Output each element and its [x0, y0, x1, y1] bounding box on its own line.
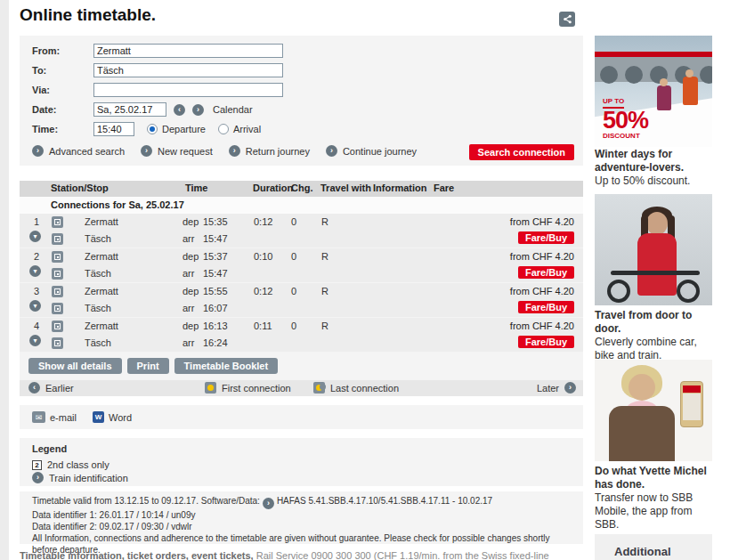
show-all-details-button[interactable]: Show all details [28, 358, 122, 374]
via-input[interactable] [93, 83, 283, 97]
map-icon[interactable] [52, 216, 63, 228]
word-export-link[interactable]: W Word [93, 411, 132, 423]
print-button[interactable]: Print [127, 358, 169, 374]
additional-section[interactable]: Additional [595, 534, 712, 560]
ad-title: Do what Yvette Michel has done. [595, 465, 712, 491]
page-left-margin [0, 0, 9, 560]
date-input[interactable] [93, 102, 166, 117]
fare-buy-button[interactable]: Fare/Buy [518, 336, 574, 348]
map-icon[interactable] [52, 268, 63, 280]
online-timetable-page: Online timetable. From: To: Via: Date: ‹… [0, 0, 730, 560]
departure-station[interactable]: Zermatt [85, 286, 118, 296]
bike-graphic [677, 280, 700, 303]
departure-station[interactable]: Zermatt [85, 321, 118, 331]
arrival-radio[interactable] [218, 124, 229, 134]
expand-connection-icon[interactable]: ▾ [29, 231, 41, 242]
dep-time: 15:35 [203, 216, 228, 227]
via-label: Via: [32, 85, 93, 95]
departure-station[interactable]: Zermatt [85, 251, 118, 262]
col-time: Time [185, 183, 207, 193]
arr-label: arr [182, 303, 194, 313]
continue-journey-link[interactable]: › Continue journey [326, 145, 417, 157]
arrival-station[interactable]: Täsch [85, 233, 111, 244]
map-icon[interactable] [52, 251, 63, 263]
dep-time: 15:55 [203, 286, 228, 296]
changes-value: 0 [291, 286, 296, 296]
fare-from-price: from CHF 4.20 [510, 216, 574, 227]
departure-radio[interactable] [147, 124, 158, 134]
map-icon[interactable] [52, 286, 63, 297]
dep-time: 15:37 [203, 251, 228, 262]
map-icon[interactable] [52, 303, 63, 314]
connection-number: 3 [34, 286, 39, 296]
sun-icon [205, 382, 216, 394]
fare-buy-button[interactable]: Fare/Buy [518, 266, 574, 279]
results-table: Station/Stop Time Duration Chg. Travel w… [20, 181, 583, 396]
map-icon[interactable] [52, 337, 63, 349]
additional-label: Additional [614, 545, 671, 558]
last-connection-label: Last connection [330, 383, 399, 394]
expand-connection-icon[interactable]: ▾ [29, 265, 41, 277]
first-connection-link[interactable]: First connection [205, 382, 291, 394]
earlier-link[interactable]: ‹ Earlier [28, 382, 74, 394]
changes-value: 0 [291, 216, 296, 227]
date-previous-icon[interactable]: ‹ [174, 104, 185, 116]
fare-buy-button[interactable]: Fare/Buy [518, 231, 574, 244]
arrival-station[interactable]: Täsch [85, 337, 111, 348]
from-input[interactable] [93, 44, 283, 58]
date-next-icon[interactable]: › [192, 104, 204, 116]
advanced-search-label: Advanced search [49, 146, 125, 157]
calendar-link[interactable]: Calendar [213, 104, 253, 115]
share-icon[interactable] [559, 12, 575, 27]
dep-label: dep [182, 321, 199, 331]
timetable-booklet-button[interactable]: Timetable Booklet [174, 358, 279, 374]
viaduct-arch [700, 66, 712, 84]
arrival-radio-label[interactable]: Arrival [233, 124, 261, 134]
departure-station[interactable]: Zermatt [85, 216, 118, 227]
ad-title: Travel from door to door. [595, 309, 712, 336]
last-connection-link[interactable]: Last connection [313, 382, 399, 394]
ad-door-to-door-caption[interactable]: Travel from door to door. Cleverly combi… [595, 309, 712, 362]
train-identification-label: Train identification [49, 473, 128, 483]
changes-value: 0 [291, 251, 296, 262]
search-connection-button[interactable]: Search connection [469, 144, 574, 160]
bike-graphic [611, 271, 700, 275]
fare-from-price: from CHF 4.20 [510, 251, 574, 262]
ad-sbb-mobile-image[interactable] [595, 360, 712, 461]
map-icon[interactable] [52, 233, 63, 245]
search-form: From: To: Via: Date: ‹ › Calendar Time: … [20, 36, 583, 166]
ad-sbb-mobile-caption[interactable]: Do what Yvette Michel has done. Transfer… [595, 465, 712, 532]
arrival-station[interactable]: Täsch [85, 268, 111, 279]
map-icon[interactable] [52, 321, 63, 332]
badge-discount: DISCOUNT [603, 133, 648, 140]
departure-radio-label[interactable]: Departure [162, 124, 206, 134]
ad-winter-discount-image[interactable]: UP TO 50% DISCOUNT [595, 36, 712, 147]
return-journey-link[interactable]: › Return journey [229, 145, 310, 157]
hiker-graphic [683, 77, 698, 105]
ad-winter-caption[interactable]: Winter days for adventure-lovers. Up to … [595, 148, 712, 188]
fare-from-price: from CHF 4.20 [510, 321, 574, 331]
later-link[interactable]: Later › [537, 382, 576, 394]
col-fare: Fare [434, 183, 454, 193]
arrival-station[interactable]: Täsch [85, 303, 111, 313]
hiker-graphic [657, 85, 671, 110]
phone-graphic [680, 381, 703, 427]
email-export-link[interactable]: ✉ e-mail [32, 411, 77, 423]
badge-percent: 50% [603, 109, 648, 133]
fare-buy-button[interactable]: Fare/Buy [518, 301, 574, 313]
expand-connection-icon[interactable]: ▾ [29, 300, 41, 312]
expand-connection-icon[interactable]: ▾ [29, 335, 41, 346]
advanced-search-link[interactable]: › Advanced search [32, 145, 125, 157]
arr-time: 15:47 [203, 268, 228, 279]
ad-door-to-door-image[interactable] [595, 194, 712, 305]
chevron-right-icon: › [32, 145, 44, 157]
second-class-label: 2nd class only [47, 459, 110, 470]
return-journey-label: Return journey [246, 146, 310, 157]
time-input[interactable] [93, 122, 134, 136]
travel-with-value: R [321, 216, 328, 227]
to-input[interactable] [93, 63, 283, 77]
travel-with-value: R [321, 251, 328, 262]
footer-validity-text: Timetable valid from 13.12.15 to 09.12.1… [32, 496, 260, 506]
new-request-link[interactable]: › New request [141, 145, 213, 157]
word-icon: W [93, 411, 104, 423]
